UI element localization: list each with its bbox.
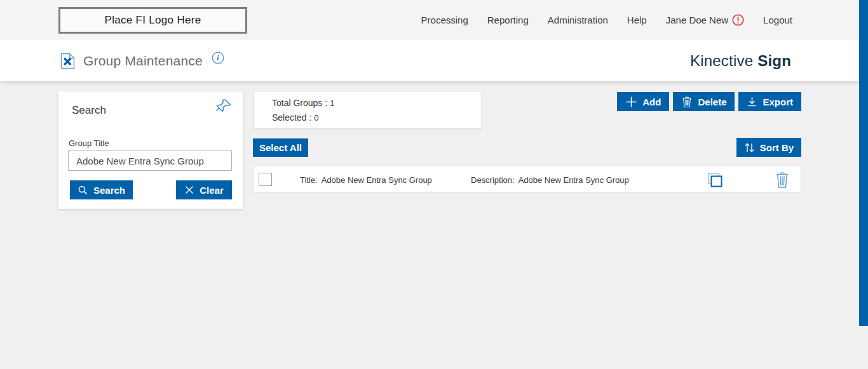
top-bar: Place FI Logo Here Processing Reporting … bbox=[0, 0, 868, 40]
select-all-button[interactable]: Select All bbox=[253, 138, 308, 157]
row-checkbox[interactable] bbox=[259, 173, 272, 186]
row-title-value: Adobe New Entra Sync Group bbox=[322, 175, 432, 185]
download-icon bbox=[747, 96, 757, 107]
brand-name: Kinective bbox=[690, 52, 753, 70]
brand-logo: Kinective Sign bbox=[690, 40, 791, 81]
summary-box: Total Groups :1 Selected :0 bbox=[254, 92, 481, 128]
scrollbar-thumb[interactable] bbox=[859, 0, 868, 326]
selected-count: Selected :0 bbox=[272, 112, 481, 123]
top-navigation: Processing Reporting Administration Help… bbox=[421, 0, 792, 40]
pushpin-icon[interactable] bbox=[215, 98, 233, 118]
document-tools-icon bbox=[60, 53, 75, 69]
toolbar: Add Delete bbox=[617, 92, 801, 111]
plus-icon bbox=[625, 96, 637, 108]
magnifier-icon bbox=[78, 185, 88, 196]
info-icon[interactable]: i bbox=[212, 51, 224, 64]
add-button[interactable]: Add bbox=[617, 92, 669, 111]
fi-logo-text: Place FI Logo Here bbox=[105, 14, 201, 27]
row-title: Title: Adobe New Entra Sync Group bbox=[300, 166, 432, 193]
sort-arrows-icon bbox=[744, 142, 755, 154]
svg-text:i: i bbox=[217, 53, 219, 62]
nav-administration[interactable]: Administration bbox=[548, 15, 608, 25]
brand-product: Sign bbox=[757, 52, 791, 70]
user-name: Jane Doe New bbox=[666, 15, 728, 25]
delete-button[interactable]: Delete bbox=[673, 92, 735, 111]
total-groups-value: 1 bbox=[330, 98, 334, 108]
alert-circle-icon bbox=[732, 14, 744, 26]
selected-count-value: 0 bbox=[314, 113, 318, 123]
group-title-input[interactable] bbox=[68, 151, 232, 171]
total-groups: Total Groups :1 bbox=[272, 98, 481, 108]
search-panel-title: Search bbox=[72, 104, 106, 117]
search-button[interactable]: Search bbox=[70, 180, 133, 199]
fi-logo-placeholder: Place FI Logo Here bbox=[58, 7, 247, 34]
group-row: Title: Adobe New Entra Sync Group Descri… bbox=[253, 166, 801, 192]
page-header: Group Maintenance i Kinective Sign bbox=[0, 40, 868, 81]
export-button[interactable]: Export bbox=[738, 92, 801, 111]
clear-button[interactable]: Clear bbox=[176, 180, 232, 199]
row-trash-icon[interactable] bbox=[775, 171, 790, 191]
nav-processing[interactable]: Processing bbox=[421, 15, 468, 25]
nav-help[interactable]: Help bbox=[627, 15, 647, 25]
scrollbar-track[interactable] bbox=[859, 0, 868, 369]
row-description: Description: Adobe New Entra Sync Group bbox=[471, 166, 629, 193]
sort-by-button[interactable]: Sort By bbox=[736, 138, 801, 157]
group-title-label: Group Title bbox=[69, 138, 109, 148]
row-description-value: Adobe New Entra Sync Group bbox=[519, 175, 629, 185]
search-panel: Search Group Title Search Clear bbox=[58, 91, 243, 209]
nav-user[interactable]: Jane Doe New bbox=[666, 14, 744, 26]
nav-logout[interactable]: Logout bbox=[763, 15, 792, 25]
nav-reporting[interactable]: Reporting bbox=[487, 15, 529, 25]
trash-icon bbox=[681, 96, 693, 108]
page-title: Group Maintenance bbox=[83, 53, 203, 69]
copy-icon[interactable] bbox=[706, 171, 724, 191]
x-icon bbox=[184, 185, 194, 195]
